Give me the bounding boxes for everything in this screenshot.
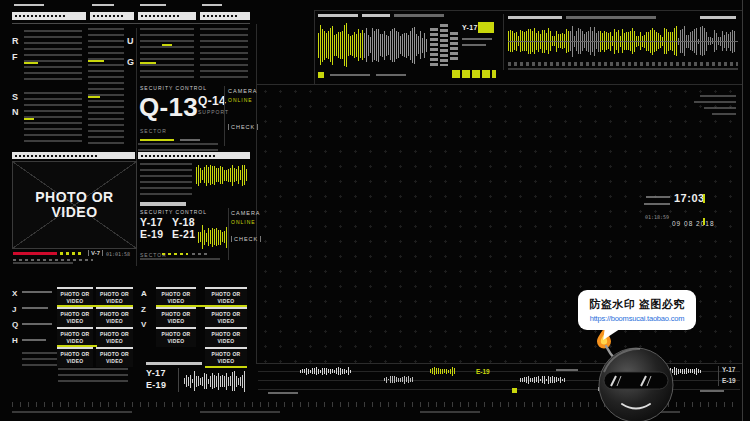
micro-bar	[420, 411, 480, 413]
clock-micro-label	[646, 196, 670, 198]
photo-panel-header	[12, 152, 135, 159]
sector-code-alt: Q-14	[198, 94, 226, 108]
strip-label-e19-right: E-19	[722, 377, 736, 384]
clock-accent	[703, 194, 705, 203]
header-bar	[200, 12, 250, 20]
micro-label-bar	[146, 362, 202, 365]
strip-wave	[520, 375, 566, 384]
micro-text-block	[138, 143, 218, 151]
micro-label-bar	[140, 202, 186, 206]
header-bar	[138, 12, 196, 20]
segment-bars	[450, 32, 458, 62]
micro-text-block	[88, 28, 124, 144]
yellow-line	[57, 305, 133, 307]
micro-bar	[462, 38, 492, 40]
camera-label-2: CAMERA	[231, 210, 261, 216]
micro-bar	[694, 101, 736, 103]
photo-video-box: PHOTO OR VIDEO	[156, 327, 196, 347]
audio-waveform-yellow	[318, 22, 364, 68]
letter-h: H	[12, 336, 18, 345]
watermark-link[interactable]: https://boomsucai.taobao.com	[590, 314, 684, 323]
header-bar	[90, 12, 134, 20]
mini-waveform-2	[198, 222, 228, 252]
micro-bar	[22, 323, 52, 325]
yellow-line	[205, 366, 247, 368]
photo-video-box: PHOTO OR VIDEO	[205, 327, 247, 347]
yellow-block-row	[452, 70, 496, 78]
photo-timecode: 01:01:58	[106, 251, 130, 257]
hud-stage: R F S N U G SECURITY CONTROL Q-13 Q-14 S…	[0, 0, 750, 421]
waveform-baseline	[508, 41, 738, 42]
strip-right-divider	[718, 366, 719, 386]
micro-text-block	[13, 262, 73, 268]
wave-label-y17: Y-17	[462, 24, 478, 31]
letter-v: V	[141, 320, 146, 329]
check-label: CHECK	[228, 124, 258, 130]
micro-bar	[376, 74, 406, 76]
letter-z: Z	[141, 305, 146, 314]
clock-date: 09 08 2018	[672, 220, 715, 227]
wave-header-bar	[566, 16, 656, 19]
sector-label: SECTOR	[140, 128, 167, 134]
divider-right-edge	[742, 0, 743, 421]
clock-micro-label	[644, 203, 670, 205]
security-panel2-header	[138, 152, 250, 159]
micro-bar	[330, 74, 370, 76]
photo-video-box: PHOTO OR VIDEO	[57, 307, 93, 327]
micro-title	[140, 4, 166, 6]
photo-tag: V-7	[88, 250, 103, 256]
micro-text-block	[22, 352, 62, 366]
photo-or-video-placeholder: PHOTO OR VIDEO	[12, 161, 137, 249]
online-status-2: ONLINE	[231, 219, 256, 225]
bottom-code-e19: E-19	[146, 380, 166, 390]
micro-accent	[140, 62, 156, 64]
bottom-left-waveform	[184, 370, 246, 392]
wave-header-bar	[394, 14, 444, 17]
divider-wave-mid	[503, 14, 504, 70]
code-y18: Y-18	[172, 216, 195, 228]
camera-label: CAMERA	[228, 88, 258, 94]
micro-bar	[556, 369, 578, 371]
photo-video-box: PHOTO OR VIDEO	[57, 327, 93, 347]
strip-wave-yellow	[430, 366, 456, 376]
photo-video-box: PHOTO OR VIDEO	[57, 287, 93, 307]
divider-under-waves	[256, 84, 742, 85]
bottom-code-y17: Y-17	[146, 368, 166, 378]
tick-row-yellow	[60, 252, 84, 255]
divider-top	[314, 10, 742, 11]
yellow-line	[156, 305, 247, 307]
letter-a: A	[141, 289, 147, 298]
yellow-block	[478, 22, 494, 33]
photo-video-box: PHOTO OR VIDEO	[96, 327, 133, 347]
check-text-2: CHECK	[231, 236, 261, 242]
micro-bar	[22, 339, 46, 341]
micro-bar	[700, 95, 736, 97]
letter-g: G	[127, 57, 134, 67]
divider-wave-left	[314, 10, 315, 84]
micro-title	[92, 4, 114, 6]
photo-video-box: PHOTO OR VIDEO	[205, 347, 247, 367]
micro-accent	[140, 139, 174, 141]
wave-header-bar	[318, 14, 358, 17]
micro-bar	[180, 139, 200, 141]
yellow-square	[512, 388, 517, 393]
strip-label-e19: E-19	[476, 368, 490, 375]
micro-accent	[24, 118, 34, 120]
watermark-text: 防盗水印 盗图必究	[589, 297, 685, 312]
micro-bar	[22, 291, 52, 293]
micro-accent	[24, 62, 38, 64]
micro-bar	[704, 107, 736, 109]
yellow-line	[57, 345, 97, 347]
clock-time: 17:03	[674, 192, 705, 204]
micro-bar	[462, 44, 486, 46]
micro-bar	[12, 411, 132, 413]
photo-title-line2: VIDEO	[35, 205, 113, 220]
panel2-divider	[228, 208, 229, 260]
photo-video-box: PHOTO OR VIDEO	[205, 307, 247, 327]
micro-title	[14, 4, 44, 6]
online-status: ONLINE	[228, 97, 253, 103]
photo-video-box: PHOTO OR VIDEO	[156, 307, 196, 327]
header-underline	[12, 23, 250, 24]
panel1-divider	[224, 86, 225, 146]
waveform-scale-ticks	[508, 62, 738, 66]
